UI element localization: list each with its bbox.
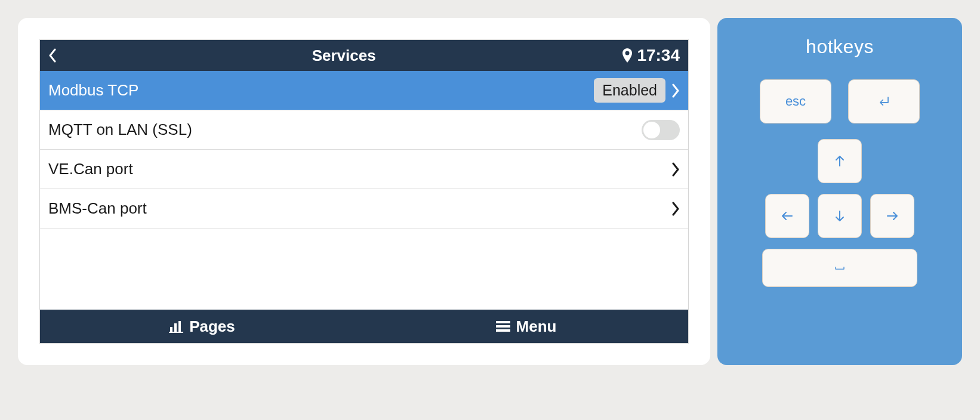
toggle-switch[interactable] [642, 120, 680, 140]
key-row [818, 139, 862, 183]
key-enter[interactable] [848, 79, 920, 123]
svg-rect-7 [496, 329, 510, 332]
chevron-right-icon [671, 84, 680, 98]
menu-button[interactable]: Menu [364, 310, 688, 343]
key-arrow-right[interactable] [870, 194, 914, 238]
footer-bar: Pages Menu [40, 310, 688, 343]
arrow-left-icon [779, 208, 796, 224]
location-pin-icon [621, 47, 633, 64]
row-ve-can-port[interactable]: VE.Can port [40, 150, 688, 189]
bar-chart-icon [169, 320, 183, 333]
key-row: esc [760, 79, 920, 123]
svg-point-0 [625, 51, 630, 55]
arrow-up-icon [831, 153, 848, 169]
key-arrow-left[interactable] [765, 194, 809, 238]
row-mqtt-lan-ssl[interactable]: MQTT on LAN (SSL) [40, 110, 688, 150]
key-row [765, 194, 914, 238]
back-button[interactable] [48, 48, 66, 63]
key-esc-label: esc [785, 94, 806, 109]
row-bms-can-port[interactable]: BMS-Can port [40, 189, 688, 228]
hotkeys-panel: hotkeys esc [717, 18, 962, 365]
status-badge: Enabled [594, 78, 665, 103]
device-panel: Services 17:34 Modbus TCP Enabled [18, 18, 710, 365]
row-label: BMS-Can port [48, 199, 665, 218]
key-esc[interactable]: esc [760, 79, 831, 123]
toggle-knob [643, 122, 660, 138]
header-bar: Services 17:34 [40, 40, 688, 71]
row-label: VE.Can port [48, 160, 665, 178]
page-title: Services [66, 47, 621, 65]
svg-rect-2 [174, 323, 177, 332]
svg-rect-4 [169, 332, 183, 333]
key-space[interactable] [762, 249, 917, 287]
key-row [762, 249, 917, 287]
chevron-left-icon [48, 48, 57, 63]
header-right: 17:34 [621, 46, 680, 65]
device-screen: Services 17:34 Modbus TCP Enabled [39, 39, 689, 344]
enter-icon [876, 93, 892, 110]
pages-button[interactable]: Pages [40, 310, 364, 343]
svg-rect-6 [496, 325, 510, 328]
row-modbus-tcp[interactable]: Modbus TCP Enabled [40, 71, 688, 110]
clock-time: 17:34 [637, 46, 680, 65]
space-icon [831, 260, 848, 276]
svg-rect-3 [178, 321, 181, 332]
svg-rect-5 [496, 321, 510, 323]
row-label: MQTT on LAN (SSL) [48, 121, 636, 139]
chevron-right-icon [671, 202, 680, 216]
row-label: Modbus TCP [48, 81, 588, 100]
chevron-right-icon [671, 162, 680, 177]
arrow-down-icon [831, 208, 848, 224]
key-arrow-up[interactable] [818, 139, 862, 183]
settings-list: Modbus TCP Enabled MQTT on LAN (SSL) VE.… [40, 71, 688, 310]
hotkeys-title: hotkeys [806, 36, 874, 58]
svg-rect-1 [170, 327, 172, 332]
key-arrow-down[interactable] [818, 194, 862, 238]
menu-label: Menu [516, 317, 557, 336]
pages-label: Pages [189, 317, 235, 336]
hamburger-icon [496, 320, 510, 333]
arrow-right-icon [884, 208, 901, 224]
